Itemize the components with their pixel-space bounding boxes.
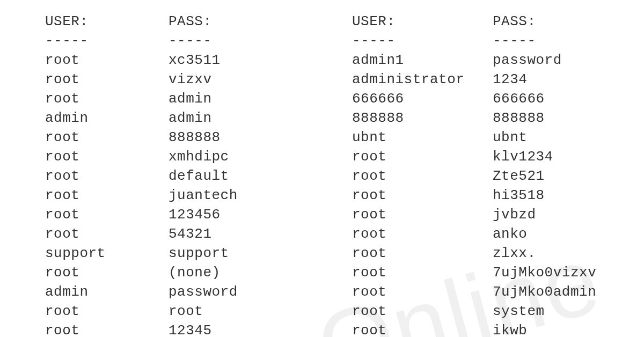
cell-pass: 123456 [169,205,352,224]
cell-pass: ikwb [493,321,632,337]
sep: ----- [352,31,493,50]
cell-user: 888888 [352,108,493,128]
cell-user: root [352,244,493,263]
cell-user: support [45,244,169,263]
cell-pass: vizxv [169,70,352,89]
sep: ----- [493,31,632,50]
table-row: root vizxv administrator 1234 [45,70,644,89]
cell-pass: 888888 [169,128,352,147]
table-row: root xmhdipc root klv1234 [45,147,644,166]
col-header-user-1: USER: [45,12,169,31]
table-row: root (none) root 7ujMko0vizxv [45,263,644,282]
cell-user: root [45,89,169,108]
table-row: admin password root 7ujMko0admin [45,282,644,302]
cell-user: admin1 [352,50,493,70]
col-header-pass-1: PASS: [169,12,352,31]
credentials-table: USER: PASS: USER: PASS: ----- ----- ----… [0,0,644,337]
cell-user: root [45,224,169,244]
cell-user: root [352,302,493,321]
cell-pass: 888888 [493,108,632,128]
col-header-user-2: USER: [352,12,493,31]
cell-pass: 7ujMko0admin [493,282,632,302]
cell-user: 666666 [352,89,493,108]
sep: ----- [45,31,169,50]
cell-pass: ubnt [493,128,632,147]
cell-user: root [352,147,493,166]
cell-user: admin [45,282,169,302]
cell-user: root [45,205,169,224]
table-row: root 54321 root anko [45,224,644,244]
table-row: root 123456 root jvbzd [45,205,644,224]
cell-user: root [45,128,169,147]
cell-user: root [45,70,169,89]
table-row: root 12345 root ikwb [45,321,644,337]
cell-user: root [352,321,493,337]
cell-user: root [45,263,169,282]
cell-pass: admin [169,89,352,108]
cell-user: ubnt [352,128,493,147]
table-row: root xc3511 admin1 password [45,50,644,70]
cell-pass: anko [493,224,632,244]
cell-user: admin [45,108,169,128]
cell-pass: (none) [169,263,352,282]
cell-pass: support [169,244,352,263]
cell-user: root [352,166,493,186]
cell-user: root [45,166,169,186]
cell-pass: xmhdipc [169,147,352,166]
table-row: root juantech root hi3518 [45,186,644,205]
cell-pass: hi3518 [493,186,632,205]
cell-user: root [45,186,169,205]
cell-pass: Zte521 [493,166,632,186]
table-row: admin admin 888888 888888 [45,108,644,128]
cell-user: root [352,205,493,224]
cell-user: root [352,186,493,205]
table-row: root default root Zte521 [45,166,644,186]
cell-pass: xc3511 [169,50,352,70]
table-row: root admin 666666 666666 [45,89,644,108]
cell-pass: password [493,50,632,70]
table-row: support support root zlxx. [45,244,644,263]
cell-user: root [45,147,169,166]
cell-user: root [352,224,493,244]
cell-pass: 54321 [169,224,352,244]
cell-pass: 666666 [493,89,632,108]
cell-pass: juantech [169,186,352,205]
cell-pass: klv1234 [493,147,632,166]
cell-user: root [352,263,493,282]
sep: ----- [169,31,352,50]
cell-pass: default [169,166,352,186]
cell-pass: 12345 [169,321,352,337]
cell-pass: 1234 [493,70,632,89]
cell-pass: jvbzd [493,205,632,224]
cell-pass: root [169,302,352,321]
cell-user: root [45,321,169,337]
table-row: root root root system [45,302,644,321]
table-row: root 888888 ubnt ubnt [45,128,644,147]
col-header-pass-2: PASS: [493,12,632,31]
cell-user: administrator [352,70,493,89]
cell-pass: 7ujMko0vizxv [493,263,632,282]
cell-pass: zlxx. [493,244,632,263]
header-row: USER: PASS: USER: PASS: [45,12,644,31]
cell-user: root [45,302,169,321]
cell-user: root [352,282,493,302]
cell-pass: system [493,302,632,321]
cell-user: root [45,50,169,70]
cell-pass: admin [169,108,352,128]
separator-row: ----- ----- ----- ----- [45,31,644,50]
cell-pass: password [169,282,352,302]
